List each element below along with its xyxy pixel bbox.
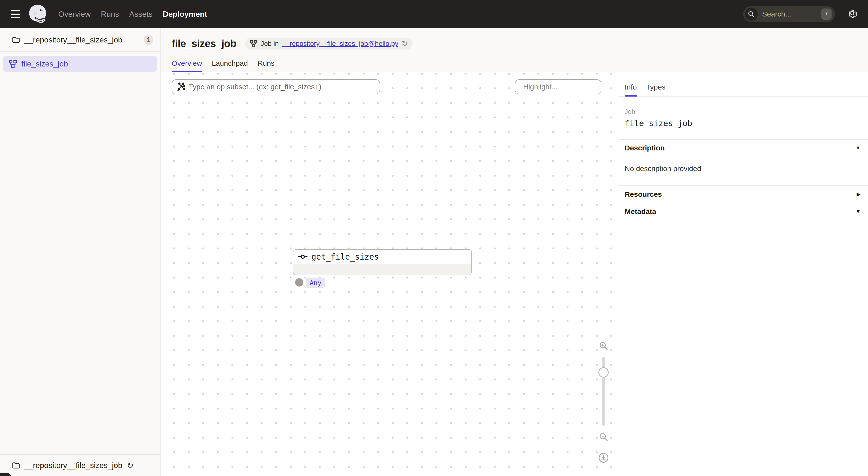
page-title: file_sizes_job: [172, 38, 236, 49]
hamburger-menu-icon[interactable]: [11, 10, 21, 18]
section-header-metadata[interactable]: Metadata ▼: [618, 203, 868, 220]
zoom-slider[interactable]: [601, 357, 606, 426]
section-title: Description: [625, 144, 665, 152]
breadcrumb-repo-link[interactable]: __repository__file_sizes_job@hello.py: [282, 40, 398, 47]
op-subset-input[interactable]: [189, 83, 375, 91]
highlight-filter: [515, 79, 601, 94]
dagster-logo-icon[interactable]: [28, 4, 47, 24]
search-placeholder: Search...: [762, 10, 822, 18]
nav-item-runs[interactable]: Runs: [101, 10, 119, 19]
panel-tab-info[interactable]: Info: [625, 83, 637, 96]
section-header-resources[interactable]: Resources ▶: [618, 186, 868, 203]
job-icon: [250, 40, 257, 47]
nav-item-overview[interactable]: Overview: [58, 10, 91, 19]
tab-runs[interactable]: Runs: [258, 59, 275, 72]
zoom-controls: [597, 341, 610, 463]
folder-icon: [12, 36, 20, 43]
job-count-badge: 1: [144, 35, 153, 45]
nav-links: Overview Runs Assets Deployment: [58, 10, 207, 19]
reload-job-icon[interactable]: ↻: [402, 40, 408, 47]
reload-repository-icon[interactable]: ↻: [127, 461, 134, 470]
panel-tab-types[interactable]: Types: [646, 83, 665, 96]
info-panel: Info Types Job file_sizes_job Descriptio…: [618, 72, 868, 476]
op-icon: [298, 254, 307, 259]
op-node-get-file-sizes[interactable]: get_file_sizes: [293, 249, 472, 275]
op-selector-icon: [177, 82, 185, 91]
zoom-slider-handle[interactable]: [598, 367, 609, 377]
top-nav-bar: Overview Runs Assets Deployment Search..…: [0, 0, 868, 28]
settings-gear-icon[interactable]: [847, 9, 857, 19]
sidebar-footer-repository[interactable]: __repository__file_sizes_job ↻: [0, 454, 160, 476]
section-header-description[interactable]: Description ▼: [618, 139, 868, 156]
section-title: Metadata: [625, 207, 656, 216]
search-shortcut-key: /: [822, 8, 832, 20]
global-search-input[interactable]: Search... /: [743, 6, 835, 22]
page-header: file_sizes_job Job in __repository__file…: [160, 28, 868, 72]
nav-item-assets[interactable]: Assets: [129, 10, 153, 19]
job-icon: [9, 60, 17, 68]
tab-launchpad[interactable]: Launchpad: [212, 59, 248, 72]
nav-item-deployment[interactable]: Deployment: [163, 10, 207, 19]
op-node-name: get_file_sizes: [311, 252, 379, 262]
op-output-port[interactable]: [295, 278, 303, 286]
download-graph-icon[interactable]: [598, 452, 609, 463]
metadata-divider: [618, 220, 868, 220]
sidebar-item-file-sizes-job[interactable]: file_sizes_job: [3, 56, 157, 72]
output-type-badge[interactable]: Any: [306, 277, 325, 288]
job-info-block: Job file_sizes_job: [618, 97, 868, 139]
section-title: Resources: [625, 190, 662, 199]
repository-name: __repository__file_sizes_job: [24, 35, 144, 44]
zoom-in-icon[interactable]: [599, 341, 609, 351]
zoom-out-icon[interactable]: [599, 432, 609, 442]
op-node-body: [293, 264, 471, 275]
tab-overview[interactable]: Overview: [172, 59, 202, 72]
sidebar-job-label: file_sizes_job: [21, 60, 68, 68]
search-icon: [745, 7, 758, 21]
caret-down-icon: ▼: [856, 208, 861, 215]
footer-repository-name: __repository__file_sizes_job: [24, 461, 122, 470]
sidebar-repository-header[interactable]: __repository__file_sizes_job 1: [0, 28, 160, 52]
description-content: No description provided: [618, 156, 868, 186]
repository-sidebar: __repository__file_sizes_job 1 file_size…: [0, 28, 160, 476]
caret-down-icon: ▼: [856, 145, 861, 151]
folder-icon: [12, 462, 20, 469]
job-name-value: file_sizes_job: [625, 118, 862, 128]
bottom-left-corner-toast: [0, 473, 11, 476]
panel-tabs: Info Types: [618, 72, 868, 97]
highlight-input[interactable]: [523, 83, 617, 91]
breadcrumb-prefix: Job in: [260, 40, 279, 47]
op-subset-filter: [172, 79, 380, 94]
job-tabs: Overview Launchpad Runs: [172, 59, 868, 72]
job-label: Job: [625, 108, 862, 116]
breadcrumb: Job in __repository__file_sizes_job@hell…: [245, 38, 413, 49]
caret-right-icon: ▶: [857, 191, 861, 198]
graph-canvas[interactable]: get_file_sizes Any: [160, 72, 618, 476]
